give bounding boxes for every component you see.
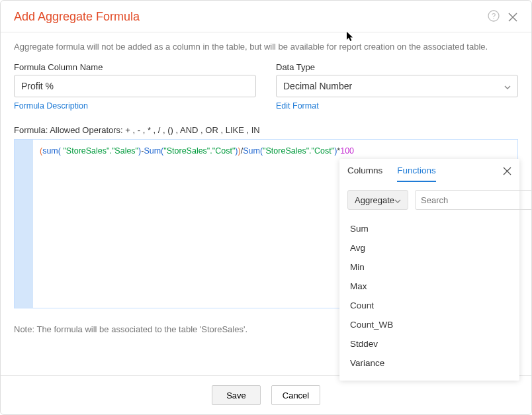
data-type-col: Data Type Decimal Number Edit Format: [276, 62, 518, 111]
header-actions: ?: [488, 10, 518, 24]
formula-token: Sum(: [243, 146, 263, 156]
category-value: Aggregate: [355, 195, 394, 205]
formula-token: "StoreSales"."Cost": [163, 146, 235, 156]
formula-description-link[interactable]: Formula Description: [14, 101, 256, 111]
category-select[interactable]: Aggregate: [347, 190, 408, 210]
tab-columns[interactable]: Columns: [347, 165, 382, 182]
function-item[interactable]: Count_WB: [339, 315, 519, 334]
edit-format-link[interactable]: Edit Format: [276, 101, 518, 111]
chevron-down-icon: [504, 81, 511, 91]
function-item[interactable]: Max: [339, 277, 519, 296]
svg-text:?: ?: [492, 12, 496, 20]
formula-token: sum(: [42, 146, 61, 156]
close-icon[interactable]: [508, 12, 518, 23]
editor-gutter: [15, 140, 33, 308]
tab-functions[interactable]: Functions: [397, 165, 436, 182]
formula-token: 100: [340, 146, 354, 156]
operators-label: Formula: Allowed Operators: + , - , * , …: [14, 125, 518, 135]
dialog-subtext: Aggregate formula will not be added as a…: [14, 42, 518, 52]
panel-close-icon[interactable]: [503, 167, 511, 181]
dialog-body: Aggregate formula will not be added as a…: [1, 32, 531, 375]
dialog-footer: Save Cancel: [1, 375, 531, 414]
function-item[interactable]: Stddev: [339, 334, 519, 353]
data-type-label: Data Type: [276, 62, 518, 72]
dialog-header: Add Aggregate Formula ?: [1, 1, 531, 32]
save-button[interactable]: Save: [212, 385, 261, 405]
data-type-select[interactable]: Decimal Number: [276, 75, 518, 97]
formula-name-label: Formula Column Name: [14, 62, 256, 72]
function-item[interactable]: Avg: [339, 238, 519, 257]
function-list: SumAvgMinMaxCountCount_WBStddevVariance: [339, 216, 519, 381]
data-type-value: Decimal Number: [283, 81, 352, 91]
chevron-down-icon: [394, 195, 401, 205]
panel-controls: Aggregate: [339, 182, 519, 216]
panel-tabs: Columns Functions: [347, 165, 503, 182]
search-input[interactable]: [421, 195, 532, 205]
panel-header: Columns Functions: [339, 159, 519, 182]
help-icon[interactable]: ?: [488, 10, 500, 24]
function-item[interactable]: Count: [339, 296, 519, 315]
function-item[interactable]: Sum: [339, 219, 519, 238]
function-item[interactable]: Min: [339, 257, 519, 277]
search-field[interactable]: [415, 190, 532, 210]
formula-token: "StoreSales"."Cost": [263, 146, 334, 156]
formula-name-col: Formula Column Name Formula Description: [14, 62, 256, 111]
dialog-title: Add Aggregate Formula: [14, 10, 140, 24]
formula-token: "StoreSales"."Sales": [61, 146, 138, 156]
formula-token: Sum(: [144, 146, 163, 156]
formula-name-input[interactable]: [14, 75, 256, 97]
fields-row: Formula Column Name Formula Description …: [14, 62, 518, 111]
aggregate-formula-dialog: Add Aggregate Formula ? Aggregate formul…: [0, 0, 532, 415]
functions-panel: Columns Functions Aggregate: [339, 159, 519, 381]
function-item[interactable]: Variance: [339, 353, 519, 373]
cancel-button[interactable]: Cancel: [271, 385, 320, 405]
